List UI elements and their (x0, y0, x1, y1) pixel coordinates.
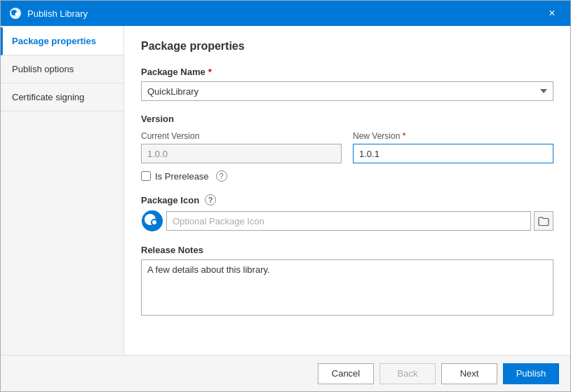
new-version-col: New Version * (353, 131, 553, 163)
prerelease-checkbox[interactable] (141, 171, 151, 181)
svg-point-6 (152, 220, 156, 224)
sidebar-item-certificate-signing[interactable]: Certificate signing (1, 83, 123, 111)
release-notes-group: Release Notes A few details about this l… (141, 245, 553, 318)
window-title: Publish Library (27, 8, 542, 19)
back-button[interactable]: Back (379, 363, 436, 384)
package-name-label: Package Name * (141, 67, 553, 77)
release-notes-label: Release Notes (141, 245, 553, 255)
version-group: Version Current Version New Version * (141, 114, 553, 182)
package-name-group: Package Name * QuickLibrary (141, 67, 553, 101)
current-version-label: Current Version (141, 131, 342, 141)
release-notes-textarea[interactable]: A few details about this library. (141, 259, 553, 316)
close-button[interactable]: × (542, 4, 562, 23)
next-button[interactable]: Next (441, 363, 497, 384)
current-version-input[interactable] (141, 144, 342, 163)
new-version-label: New Version * (353, 131, 553, 141)
version-section-label: Version (141, 114, 553, 124)
package-icon-group: Package Icon ? Optional Packag (141, 194, 553, 232)
prerelease-label: Is Prerelease (155, 171, 209, 182)
package-icon-placeholder: Optional Package Icon (166, 211, 531, 231)
window-body: Package properties Publish options Certi… (1, 26, 570, 355)
package-icon-help-icon[interactable]: ? (205, 194, 216, 205)
main-content: Package properties Package Name * QuickL… (124, 26, 570, 355)
prerelease-help-icon[interactable]: ? (216, 170, 227, 182)
package-name-select[interactable]: QuickLibrary (141, 81, 553, 101)
title-bar: Publish Library × (1, 1, 570, 26)
new-version-input[interactable] (353, 144, 553, 163)
package-icon-label: Package Icon ? (141, 194, 553, 205)
publish-library-window: Publish Library × Package properties Pub… (0, 0, 571, 392)
sidebar-item-package-properties[interactable]: Package properties (1, 27, 123, 55)
uipath-logo-icon (141, 210, 163, 232)
sidebar-item-publish-options[interactable]: Publish options (1, 55, 123, 83)
required-indicator: * (208, 67, 212, 77)
current-version-col: Current Version (141, 131, 342, 163)
folder-icon (538, 217, 549, 226)
sidebar: Package properties Publish options Certi… (1, 26, 124, 355)
prerelease-row: Is Prerelease ? (141, 170, 553, 182)
app-icon (9, 7, 22, 20)
footer: Cancel Back Next Publish (1, 355, 570, 391)
browse-icon-button[interactable] (534, 211, 553, 231)
svg-point-2 (15, 13, 19, 16)
publish-button[interactable]: Publish (503, 363, 559, 384)
version-row: Current Version New Version * (141, 131, 553, 163)
cancel-button[interactable]: Cancel (318, 363, 374, 384)
page-title: Package properties (141, 40, 553, 53)
package-icon-row: Optional Package Icon (141, 210, 553, 232)
